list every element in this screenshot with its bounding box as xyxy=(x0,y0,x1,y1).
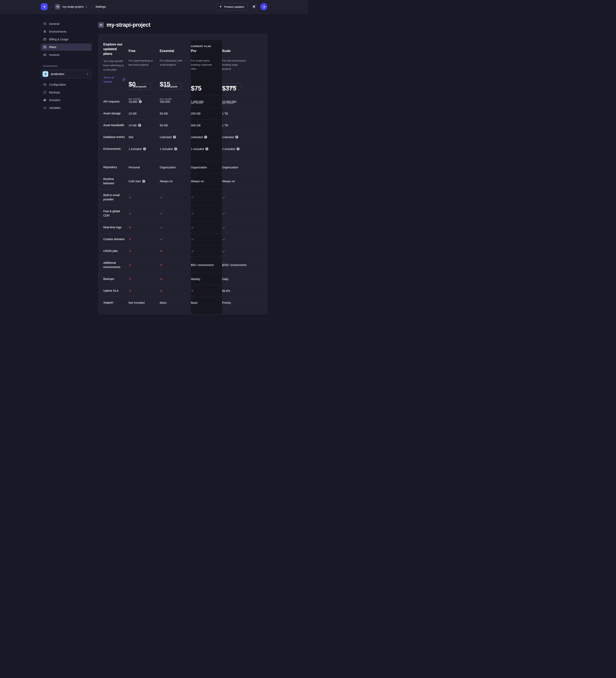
feature-value-cell: Basic xyxy=(160,297,191,308)
map-icon xyxy=(43,45,46,49)
feature-value-cell xyxy=(160,273,191,285)
breadcrumb-settings[interactable]: Settings xyxy=(95,5,106,8)
feature-value-text: Basic xyxy=(191,301,198,304)
plan-action-button[interactable]: Downgrade xyxy=(128,83,151,90)
strapi-logo-icon xyxy=(42,5,46,8)
cross-icon xyxy=(128,238,132,241)
plans-card: Explore our updated plans You may benefi… xyxy=(98,34,267,314)
credit-card-icon xyxy=(43,38,46,41)
plan-action-button[interactable]: Upgrade xyxy=(222,83,241,90)
terms-of-service-label: Terms of service xyxy=(103,76,117,84)
info-icon[interactable]: i xyxy=(205,147,208,150)
check-icon xyxy=(222,226,225,229)
sidebar-item-general[interactable]: General xyxy=(41,20,92,28)
plan-name: Scale xyxy=(222,49,264,53)
sidebar-item-plans[interactable]: Plans xyxy=(41,43,92,51)
section-spacer-row xyxy=(98,155,267,161)
plan-description: For small teams building corporate sites xyxy=(191,59,216,71)
info-icon[interactable]: i xyxy=(174,147,177,150)
feature-value-text: Always on xyxy=(191,180,204,183)
spacer-cell xyxy=(222,155,267,161)
feature-value-cell: Organization xyxy=(222,161,267,173)
project-switcher-icon[interactable] xyxy=(85,5,88,8)
feature-value-cell xyxy=(191,245,222,257)
product-updates-button[interactable]: Product updates xyxy=(216,3,247,10)
feature-value-cell xyxy=(222,245,267,257)
feature-value-cell xyxy=(160,205,191,221)
check-icon xyxy=(191,196,194,199)
sidebar-item-label: Plans xyxy=(49,45,56,49)
feature-value-text: 250 GB xyxy=(191,112,200,115)
sidebar-item-billing[interactable]: Billing & Usage xyxy=(41,36,92,43)
avatar-strapi-icon xyxy=(262,5,265,8)
check-icon xyxy=(128,196,132,199)
feature-label: Runtime behavior xyxy=(98,173,128,189)
feature-value-text: 50 GB xyxy=(160,112,168,115)
plan-action-button[interactable]: Downgrade xyxy=(160,83,182,90)
feature-label: Uptime SLA xyxy=(98,285,128,297)
sidebar-item-configuration[interactable]: Configuration xyxy=(41,81,92,88)
info-icon[interactable]: i xyxy=(237,147,240,150)
cross-icon xyxy=(128,277,132,280)
feature-row: Custom domains xyxy=(98,233,267,245)
feature-value-text: Organization xyxy=(222,166,238,169)
feature-value-cell xyxy=(128,222,160,233)
cross-icon xyxy=(128,250,132,253)
notifications-button[interactable] xyxy=(252,5,256,9)
check-icon xyxy=(191,226,194,229)
feature-value-text: 10 GB xyxy=(128,124,137,127)
sidebar-item-backups[interactable]: Backups xyxy=(41,89,92,96)
feature-value-cell: Organization xyxy=(160,161,191,173)
breadcrumb-project-name[interactable]: my-strapi-project xyxy=(62,5,84,8)
feature-row: Uptime SLA99.9% xyxy=(98,285,267,297)
feature-value-cell: Not Included xyxy=(128,297,160,308)
feature-value-cell xyxy=(160,189,191,205)
feature-row: Fast & global CDN xyxy=(98,205,267,221)
feature-value-cell: 10 GB xyxy=(128,108,160,119)
strapi-logo[interactable] xyxy=(41,3,48,10)
terms-of-service-link[interactable]: Terms of service xyxy=(103,76,125,84)
sidebar-item-label: Configuration xyxy=(49,83,66,86)
check-icon xyxy=(191,212,194,215)
feature-label: Asset bandwidth xyxy=(98,119,128,131)
feature-row: RepositoryPersonalOrganizationOrganizati… xyxy=(98,161,267,173)
feature-value-cell xyxy=(191,189,222,205)
spacer-cell xyxy=(128,308,160,314)
info-icon[interactable]: i xyxy=(138,124,141,127)
sidebar-item-invoices[interactable]: Invoices xyxy=(41,51,92,59)
feature-value-cell: 1 TB xyxy=(222,119,267,131)
plan-period: per month xyxy=(222,102,264,105)
plan-price: $75 xyxy=(191,85,219,92)
spacer-cell xyxy=(191,308,222,314)
info-icon[interactable]: i xyxy=(235,136,238,139)
invoice-icon xyxy=(43,53,46,57)
feature-value-text: Priority xyxy=(222,301,231,304)
feature-value-cell: Basic xyxy=(191,297,222,308)
sidebar-item-domains[interactable]: Domains xyxy=(41,97,92,104)
feature-label: Database entries xyxy=(98,131,128,143)
cross-icon xyxy=(160,264,163,267)
info-icon[interactable]: i xyxy=(204,136,207,139)
feature-value-cell xyxy=(191,222,222,233)
project-badge: M xyxy=(55,4,60,9)
sidebar-item-label: Variables xyxy=(49,106,61,109)
avatar[interactable] xyxy=(260,3,267,10)
environment-select[interactable]: production xyxy=(41,70,92,78)
feature-label: Additional environments xyxy=(98,257,128,273)
info-icon[interactable]: i xyxy=(142,180,145,183)
check-icon xyxy=(160,238,163,241)
nav-actions: Product updates xyxy=(216,3,267,10)
feature-label: Real-time logs xyxy=(98,222,128,233)
sidebar-item-environments[interactable]: Environments xyxy=(41,28,92,35)
feature-value-cell: Unlimitedi xyxy=(191,131,222,143)
feature-value-cell: Priority xyxy=(222,297,267,308)
check-icon xyxy=(191,250,194,253)
feature-row: SupportNot IncludedBasicBasicPriority xyxy=(98,297,267,308)
sidebar-item-variables[interactable]: Variables xyxy=(41,104,92,112)
info-icon[interactable]: i xyxy=(143,147,146,150)
feature-value-cell: Daily xyxy=(222,273,267,285)
info-icon[interactable]: i xyxy=(173,136,176,139)
feature-row: Runtime behaviorCold startiAlways onAlwa… xyxy=(98,173,267,189)
check-icon xyxy=(222,196,225,199)
feature-value-text: 500 xyxy=(128,136,133,139)
